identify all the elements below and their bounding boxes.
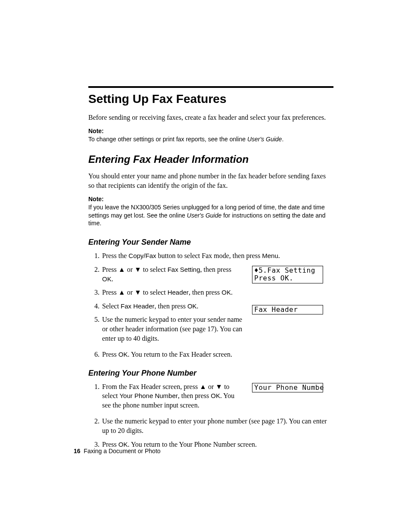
section-name: Faxing a Document or Photo (84, 448, 160, 454)
step: Press ▲ or ▼ to select Header, then pres… (101, 288, 243, 297)
subsection-heading: Entering Your Phone Number (88, 369, 333, 378)
subsection-heading: Entering Your Sender Name (88, 238, 333, 247)
up-arrow-icon: ▲ (199, 383, 206, 390)
page-number: 16 (74, 448, 81, 454)
step: Press OK. You return to the Fax Header s… (101, 350, 333, 359)
down-arrow-icon: ▼ (215, 383, 222, 390)
note-label: Note: (88, 128, 333, 134)
down-arrow-icon: ▼ (134, 266, 141, 273)
steps-list: Press the Copy/Fax button to select Fax … (88, 251, 333, 261)
lcd-column: ♦5.Fax Setting Press OK. Fax Header (252, 266, 323, 314)
step-row: From the Fax Header screen, press ▲ or ▼… (88, 382, 333, 417)
up-arrow-icon: ▲ (118, 289, 125, 296)
step: Press the Copy/Fax button to select Fax … (101, 251, 333, 261)
lcd-display: Fax Header (252, 305, 323, 314)
step: From the Fax Header screen, press ▲ or ▼… (101, 382, 243, 410)
up-arrow-icon: ▲ (118, 266, 125, 273)
note-text: To change other settings or print fax re… (88, 135, 333, 143)
step: Select Fax Header, then press OK. (101, 302, 243, 311)
top-rule (88, 86, 333, 88)
body-paragraph: You should enter your name and phone num… (88, 171, 333, 190)
note-text: If you leave the NX300/305 Series unplug… (88, 203, 333, 228)
step: Press ▲ or ▼ to select Fax Setting, then… (101, 265, 243, 283)
step-row: Press ▲ or ▼ to select Fax Setting, then… (88, 265, 333, 350)
steps-list: Press ▲ or ▼ to select Fax Setting, then… (88, 265, 243, 347)
down-arrow-icon: ▼ (134, 289, 141, 296)
step: Use the numeric keypad to enter your pho… (101, 417, 333, 435)
page-footer: 16 Faxing a Document or Photo (74, 448, 161, 454)
note-label: Note: (88, 196, 333, 202)
lcd-display: Your Phone Numbe (252, 383, 323, 392)
steps-list: From the Fax Header screen, press ▲ or ▼… (88, 382, 243, 414)
steps-list: Press OK. You return to the Fax Header s… (88, 350, 333, 359)
lcd-display: ♦5.Fax Setting Press OK. (252, 266, 323, 283)
steps-list: Use the numeric keypad to enter your pho… (88, 417, 333, 449)
document-page: Setting Up Fax Features Before sending o… (0, 0, 411, 532)
section-heading: Entering Fax Header Information (88, 153, 333, 165)
intro-paragraph: Before sending or receiving faxes, creat… (88, 113, 333, 122)
lcd-column: Your Phone Numbe (252, 383, 323, 392)
page-title: Setting Up Fax Features (88, 92, 333, 106)
step: Use the numeric keypad to enter your sen… (101, 315, 243, 343)
